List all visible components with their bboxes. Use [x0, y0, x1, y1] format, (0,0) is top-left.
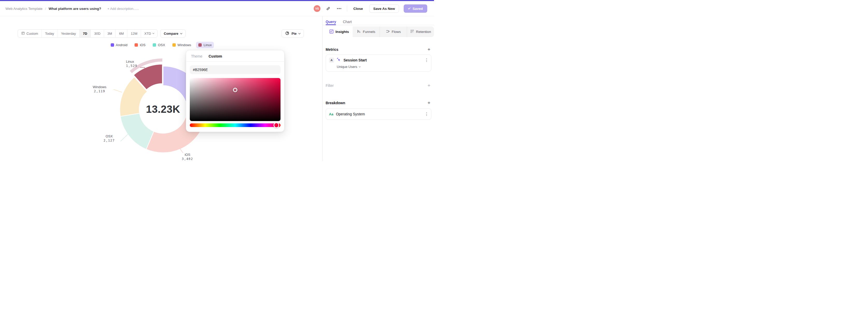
tab-query[interactable]: Query: [326, 20, 336, 25]
slice-label-ios: iOS 3,402: [177, 153, 197, 161]
saved-button[interactable]: Saved: [404, 4, 427, 13]
close-button[interactable]: Close: [352, 4, 365, 13]
breadcrumb-separator: /: [45, 7, 46, 11]
metrics-header: Metrics: [326, 47, 338, 52]
legend-label: Windows: [178, 43, 191, 47]
aggregation-label: Unique Users: [337, 65, 357, 69]
saturation-gradient[interactable]: [190, 78, 281, 121]
color-picker-popup: Theme Custom: [186, 50, 284, 132]
view-mode-label: Funnels: [363, 30, 375, 34]
legend-swatch: [173, 43, 176, 47]
add-breakdown-button[interactable]: +: [427, 100, 431, 105]
range-label: XTD: [145, 32, 151, 35]
chart-type-label: Pie: [291, 32, 297, 35]
view-mode-funnels[interactable]: Funnels: [352, 27, 379, 37]
breadcrumb: Web Analytics Template / What platform a…: [5, 7, 139, 11]
breakdown-kebab-menu[interactable]: [425, 111, 428, 117]
view-mode-flows[interactable]: Flows: [379, 27, 407, 37]
view-mode-retention[interactable]: Retention: [407, 27, 434, 37]
legend-item-windows[interactable]: Windows: [170, 42, 194, 48]
range-30d[interactable]: 30D: [91, 30, 104, 37]
legend-item-osx[interactable]: OSX: [150, 42, 167, 48]
hue-slider[interactable]: [190, 123, 281, 127]
date-toolbar: Custom Today Yesterday 7D 30D 3M 6M 12M …: [18, 29, 186, 38]
sidebar-tabs: Query Chart: [322, 16, 434, 25]
tab-chart[interactable]: Chart: [343, 20, 351, 25]
donut-total-value: 13.23K: [142, 103, 184, 115]
header: Web Analytics Template / What platform a…: [0, 1, 434, 16]
metric-kebab-menu[interactable]: [425, 57, 428, 63]
chevron-down-icon: [152, 32, 154, 34]
hex-color-input[interactable]: [190, 65, 281, 74]
insight-type-switcher: Insights Funnels Flows: [326, 27, 434, 37]
chart-legend: Android iOS OSX Windows Linux: [0, 42, 322, 48]
view-mode-label: Retention: [416, 30, 431, 34]
range-xtd[interactable]: XTD: [141, 30, 157, 37]
save-as-new-button[interactable]: Save As New: [369, 4, 399, 13]
retention-icon: [410, 29, 414, 34]
chevron-down-icon: [180, 32, 182, 34]
range-today[interactable]: Today: [42, 30, 58, 37]
leader-line-windows: [114, 90, 122, 92]
legend-label: Android: [116, 43, 128, 47]
legend-swatch: [111, 43, 114, 47]
range-custom[interactable]: Custom: [18, 30, 42, 37]
breakdown-name: Operating System: [336, 112, 365, 116]
range-3m[interactable]: 3M: [104, 30, 116, 37]
page-title[interactable]: What platform are users using?: [49, 7, 101, 11]
avatar[interactable]: VS: [314, 5, 320, 12]
header-actions: VS Close Save As New Saved: [314, 4, 427, 13]
legend-item-ios[interactable]: iOS: [132, 42, 148, 48]
metric-name: Session Start: [343, 58, 367, 62]
view-mode-insights[interactable]: Insights: [326, 27, 352, 37]
breadcrumb-root[interactable]: Web Analytics Template: [5, 7, 42, 11]
funnels-icon: [357, 29, 361, 34]
pie-icon: [285, 31, 289, 36]
range-yesterday[interactable]: Yesterday: [58, 30, 80, 37]
string-type-badge: Aa: [329, 112, 333, 116]
saved-label: Saved: [412, 7, 423, 11]
metric-card-session-start[interactable]: A Session Start Unique Users: [326, 55, 431, 71]
legend-item-linux[interactable]: Linux: [196, 42, 214, 48]
range-label: Custom: [26, 32, 38, 35]
tab-theme[interactable]: Theme: [191, 54, 203, 58]
breakdown-header: Breakdown: [326, 101, 345, 105]
flows-icon: [386, 29, 390, 34]
legend-label: iOS: [140, 43, 146, 47]
range-12m[interactable]: 12M: [127, 30, 141, 37]
range-6m[interactable]: 6M: [116, 30, 127, 37]
legend-swatch: [134, 43, 138, 47]
leader-line-osx: [121, 134, 128, 141]
legend-swatch: [198, 43, 202, 47]
series-badge: A: [329, 58, 334, 63]
sparkle-cursor-icon: [337, 57, 341, 63]
chevron-down-icon: [359, 65, 361, 67]
donut-slice-osx[interactable]: [120, 113, 154, 149]
legend-swatch: [153, 43, 156, 47]
slice-label-osx: OSX 2,127: [99, 134, 120, 143]
saturation-cursor[interactable]: [233, 88, 238, 92]
legend-item-android[interactable]: Android: [108, 42, 130, 48]
add-metric-button[interactable]: +: [427, 47, 431, 52]
range-7d[interactable]: 7D: [80, 30, 91, 37]
check-icon: [408, 7, 411, 9]
color-picker-tabs: Theme Custom: [186, 50, 284, 62]
slice-label-linux: Linux 1,529: [126, 59, 137, 68]
more-options-icon[interactable]: [336, 5, 342, 12]
date-range-control: Custom Today Yesterday 7D 30D 3M 6M 12M …: [18, 29, 158, 38]
add-description-button[interactable]: + Add description......: [107, 7, 139, 11]
view-mode-label: Insights: [336, 30, 349, 34]
query-sidebar: Query Chart Insights: [322, 16, 434, 161]
view-mode-label: Flows: [392, 30, 401, 34]
add-filter-button[interactable]: +: [427, 83, 431, 88]
calendar-icon: [21, 31, 25, 36]
hue-slider-handle[interactable]: [274, 122, 279, 128]
legend-label: OSX: [158, 43, 165, 47]
compare-button[interactable]: Compare: [160, 29, 186, 38]
legend-label: Linux: [204, 43, 212, 47]
breakdown-card-operating-system[interactable]: Aa Operating System: [326, 108, 431, 120]
share-link-icon[interactable]: [325, 5, 331, 12]
aggregation-select[interactable]: Unique Users: [337, 65, 428, 69]
chart-type-select[interactable]: Pie: [282, 29, 304, 38]
tab-custom[interactable]: Custom: [209, 54, 222, 58]
